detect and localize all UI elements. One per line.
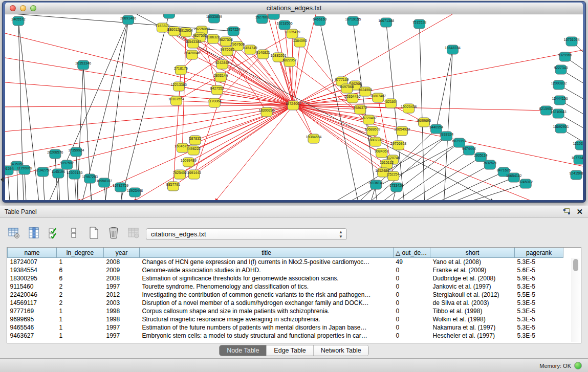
cell-year[interactable]: 2003 bbox=[104, 299, 140, 307]
cell-name[interactable]: 9465546 bbox=[8, 323, 57, 332]
cell-title[interactable]: Estimation of significance thresholds fo… bbox=[140, 274, 394, 282]
network-node[interactable]: 20691406 bbox=[120, 15, 136, 25]
network-node[interactable]: 17359924 bbox=[68, 147, 84, 157]
cell-pagerank[interactable]: 5.3E-5 bbox=[515, 282, 563, 291]
cell-pagerank[interactable]: 5.3E-5 bbox=[515, 299, 563, 307]
network-node[interactable]: 20364436 bbox=[344, 94, 360, 103]
cell-year[interactable]: 1998 bbox=[104, 307, 140, 315]
cell-title[interactable]: Structural magnetic resonance image aver… bbox=[140, 315, 394, 323]
cell-short[interactable]: Stergiakouli et al. (2012) bbox=[430, 291, 515, 299]
network-node[interactable]: 9245012 bbox=[519, 179, 533, 188]
table-row[interactable]: 2242004622012Investigating the contribut… bbox=[8, 291, 563, 299]
table-row[interactable]: 1830029562008Estimation of significance … bbox=[8, 274, 563, 282]
cell-in_degree[interactable]: 1 bbox=[57, 315, 104, 323]
cell-year[interactable]: 1997 bbox=[104, 332, 140, 340]
network-node[interactable]: 9097587 bbox=[60, 160, 74, 169]
cell-title[interactable]: Corpus callosum shape and size in male p… bbox=[140, 307, 394, 315]
network-node[interactable]: 1691443 bbox=[187, 170, 201, 179]
cell-year[interactable]: 2008 bbox=[104, 258, 140, 267]
cell-name[interactable]: 18724007 bbox=[8, 258, 57, 267]
cell-year[interactable]: 2008 bbox=[104, 274, 140, 282]
network-node[interactable]: 11156869 bbox=[17, 165, 32, 174]
cell-year[interactable]: 2012 bbox=[104, 291, 140, 299]
table-row[interactable]: 1938455462009Genome-wide association stu… bbox=[8, 266, 563, 274]
network-node[interactable]: 1615132 bbox=[380, 160, 394, 169]
network-node[interactable]: 2803144 bbox=[214, 73, 228, 82]
network-node[interactable]: 12103654 bbox=[573, 141, 583, 150]
network-node[interactable]: 6466160 bbox=[313, 16, 326, 26]
network-node[interactable]: 1145194 bbox=[51, 169, 65, 178]
cell-in_degree[interactable]: 1 bbox=[57, 323, 104, 332]
memory-status-indicator[interactable] bbox=[574, 362, 582, 369]
cell-in_degree[interactable]: 1 bbox=[57, 307, 104, 315]
network-node[interactable]: 16782759 bbox=[113, 183, 128, 192]
cell-name[interactable]: 9463627 bbox=[8, 332, 57, 340]
column-header-name[interactable]: name bbox=[8, 248, 57, 258]
network-node[interactable]: 7625402 bbox=[173, 170, 187, 179]
network-node[interactable]: 16543382 bbox=[185, 39, 201, 48]
cell-in_degree[interactable]: 1 bbox=[57, 258, 104, 267]
cell-pagerank[interactable]: 5.5E-5 bbox=[515, 291, 563, 299]
network-node[interactable]: 22420046 bbox=[184, 50, 200, 59]
cell-short[interactable]: Tibbo et al. (1998) bbox=[430, 307, 515, 315]
cell-title[interactable]: Genome-wide association studies in ADHD. bbox=[140, 266, 394, 274]
cell-title[interactable]: Changes of HCN gene expression and I(f) … bbox=[140, 258, 394, 267]
cell-out_degree[interactable]: 0 bbox=[394, 315, 430, 323]
network-canvas[interactable]: 1872400771638228860128891295428226058982… bbox=[5, 14, 583, 200]
table-row[interactable]: 911546021997Tourette syndrome. Phenomeno… bbox=[8, 282, 563, 291]
cell-out_degree[interactable]: 0 bbox=[394, 266, 430, 274]
network-node[interactable]: 8186328 bbox=[206, 34, 220, 43]
network-node[interactable]: 9329966 bbox=[558, 52, 572, 61]
network-node[interactable]: 4498222 bbox=[187, 146, 201, 155]
network-node[interactable]: 16648784 bbox=[445, 45, 461, 54]
column-header-short[interactable]: short bbox=[430, 248, 515, 258]
column-header-pagerank[interactable]: pagerank bbox=[515, 248, 563, 258]
scrollbar-thumb[interactable] bbox=[573, 259, 578, 271]
network-node[interactable]: 7632621 bbox=[483, 160, 497, 169]
cell-short[interactable]: Jankovic et al. (1997) bbox=[430, 282, 515, 291]
cell-pagerank[interactable]: 5.3E-5 bbox=[515, 332, 563, 340]
network-node[interactable]: 15136141 bbox=[368, 180, 384, 189]
tab-network-table[interactable]: Network Table bbox=[314, 345, 368, 356]
network-node[interactable]: 20353346 bbox=[75, 60, 91, 70]
network-node[interactable]: 1733426 bbox=[389, 183, 403, 192]
cell-name[interactable]: 14569117 bbox=[8, 299, 57, 307]
collapse-panel-arrow-icon[interactable] bbox=[1, 177, 4, 182]
cell-short[interactable]: Dudbridge et al. (2008) bbox=[430, 274, 515, 282]
cell-out_degree[interactable]: 0 bbox=[394, 323, 430, 332]
cell-name[interactable]: 9777169 bbox=[8, 307, 57, 315]
new-document-icon[interactable] bbox=[87, 226, 100, 239]
network-node[interactable]: 16099489 bbox=[181, 158, 197, 167]
network-node[interactable]: 10807487 bbox=[370, 93, 386, 102]
network-node[interactable]: 18107554 bbox=[168, 96, 184, 105]
cell-pagerank[interactable]: 5.3E-5 bbox=[515, 258, 563, 267]
cell-title[interactable]: Estimation of the future numbers of pati… bbox=[140, 323, 394, 332]
cell-in_degree[interactable]: 2 bbox=[57, 282, 104, 291]
cell-out_degree[interactable]: 0 bbox=[394, 282, 430, 291]
cell-short[interactable]: Franke et al. (2009) bbox=[430, 266, 515, 274]
cell-pagerank[interactable]: 5.3E-5 bbox=[515, 307, 563, 315]
cell-name[interactable]: 18300295 bbox=[8, 274, 57, 282]
cell-out_degree[interactable]: 0 bbox=[394, 291, 430, 299]
network-node[interactable]: 18300295 bbox=[259, 107, 275, 117]
network-node[interactable]: 19384554 bbox=[306, 134, 321, 143]
network-node[interactable]: 7857224 bbox=[227, 27, 241, 36]
network-node[interactable]: 2405572 bbox=[11, 16, 25, 26]
network-node[interactable]: 12505135 bbox=[67, 170, 82, 179]
tab-node-table[interactable]: Node Table bbox=[220, 345, 267, 356]
table-row[interactable]: 969969511998Structural magnetic resonanc… bbox=[8, 315, 563, 323]
network-node[interactable]: 9875685 bbox=[221, 47, 234, 56]
cell-in_degree[interactable]: 6 bbox=[57, 274, 104, 282]
network-node[interactable]: 16033809 bbox=[206, 14, 222, 23]
tab-edge-table[interactable]: Edge Table bbox=[267, 345, 313, 356]
float-panel-icon[interactable] bbox=[563, 208, 570, 215]
table-row[interactable]: 946554611997Estimation of the future num… bbox=[8, 323, 563, 332]
cell-short[interactable]: Nakamura et al. (1997) bbox=[430, 323, 515, 332]
cell-year[interactable]: 1997 bbox=[104, 282, 140, 291]
cell-out_degree[interactable]: 0 bbox=[394, 274, 430, 282]
network-node[interactable]: 2718176 bbox=[174, 65, 188, 75]
row-height-icon[interactable] bbox=[67, 226, 80, 239]
table-row[interactable]: 1456911722003Disruption of a novel membe… bbox=[8, 299, 563, 307]
cell-in_degree[interactable]: 2 bbox=[57, 291, 104, 299]
network-node[interactable]: 9146821 bbox=[256, 50, 270, 59]
